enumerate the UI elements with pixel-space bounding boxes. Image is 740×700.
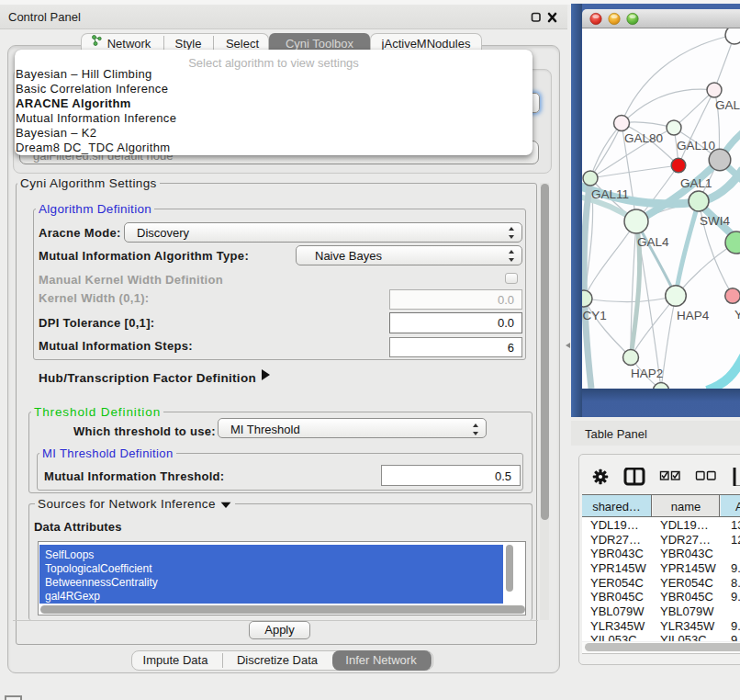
svg-text:GAL11: GAL11 bbox=[591, 187, 629, 201]
svg-text:GAL4: GAL4 bbox=[637, 235, 669, 249]
svg-text:Y: Y bbox=[734, 308, 740, 322]
svg-text:HAP4: HAP4 bbox=[677, 309, 710, 322]
svg-text:GCY1: GCY1 bbox=[582, 309, 607, 322]
svg-text:GAL1: GAL1 bbox=[680, 176, 712, 190]
svg-text:HAP2: HAP2 bbox=[631, 367, 663, 380]
svg-text:GAL7: GAL7 bbox=[715, 98, 740, 112]
svg-text:GAL80: GAL80 bbox=[624, 131, 663, 145]
svg-text:SWI4: SWI4 bbox=[700, 214, 730, 228]
svg-text:GAL10: GAL10 bbox=[677, 139, 715, 152]
